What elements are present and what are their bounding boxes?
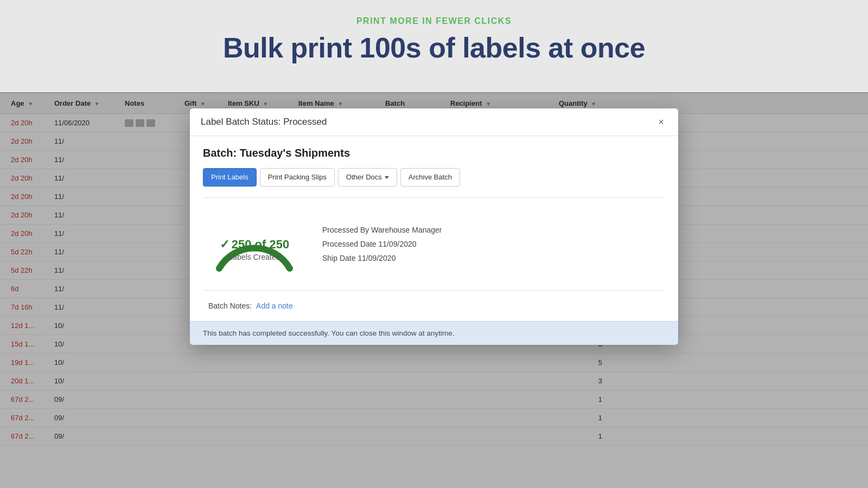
donut-sub-label: Labels Created [220, 253, 289, 261]
batch-info-area: ✓ 250 of 250 Labels Created Processed By… [203, 197, 665, 291]
donut-count-text: 250 of 250 [232, 237, 289, 252]
ship-date-value: 11/09/2020 [358, 254, 395, 262]
dropdown-caret-icon [385, 176, 389, 179]
modal-close-button[interactable]: × [655, 116, 667, 128]
print-labels-button[interactable]: Print Labels [203, 168, 257, 187]
donut-check-icon: ✓ [220, 237, 229, 252]
donut-chart: ✓ 250 of 250 Labels Created [208, 209, 301, 279]
modal-title: Label Batch Status: Processed [201, 117, 327, 127]
modal-body: Batch: Tuesday's Shipments Print Labels … [190, 136, 678, 321]
batch-actions: Print Labels Print Packing Slips Other D… [203, 168, 665, 187]
hero-section: PRINT MORE IN FEWER CLICKS Bulk print 10… [0, 0, 868, 75]
processed-by-row: Processed By Warehouse Manager [322, 226, 660, 234]
print-packing-slips-button[interactable]: Print Packing Slips [260, 168, 335, 187]
processed-date-value: 11/09/2020 [379, 240, 417, 248]
other-docs-button[interactable]: Other Docs [338, 168, 397, 187]
batch-notes: Batch Notes: Add a note [203, 301, 665, 310]
ship-date-row: Ship Date 11/09/2020 [322, 254, 660, 262]
ship-date-label: Ship Date [322, 254, 358, 262]
modal-footer: This batch has completed successfully. Y… [190, 321, 678, 345]
label-batch-modal: Label Batch Status: Processed × Batch: T… [190, 108, 678, 345]
batch-notes-label: Batch Notes: [208, 301, 252, 310]
archive-batch-button[interactable]: Archive Batch [400, 168, 460, 187]
donut-count: ✓ 250 of 250 [220, 237, 289, 252]
hero-title: Bulk print 100s of labels at once [0, 31, 868, 64]
footer-message: This batch has completed successfully. Y… [203, 329, 455, 337]
batch-title: Batch: Tuesday's Shipments [203, 147, 665, 159]
add-note-link[interactable]: Add a note [256, 301, 293, 310]
modal-overlay: Label Batch Status: Processed × Batch: T… [0, 92, 868, 488]
donut-label: ✓ 250 of 250 Labels Created [220, 237, 289, 261]
batch-details: Processed By Warehouse Manager Processed… [322, 209, 660, 279]
processed-by-label: Processed By [322, 226, 371, 234]
hero-tagline: PRINT MORE IN FEWER CLICKS [0, 16, 868, 26]
modal-header: Label Batch Status: Processed × [190, 108, 678, 136]
processed-by-value: Warehouse Manager [371, 226, 442, 234]
other-docs-label: Other Docs [346, 172, 382, 182]
processed-date-row: Processed Date 11/09/2020 [322, 240, 660, 248]
processed-date-label: Processed Date [322, 240, 379, 248]
